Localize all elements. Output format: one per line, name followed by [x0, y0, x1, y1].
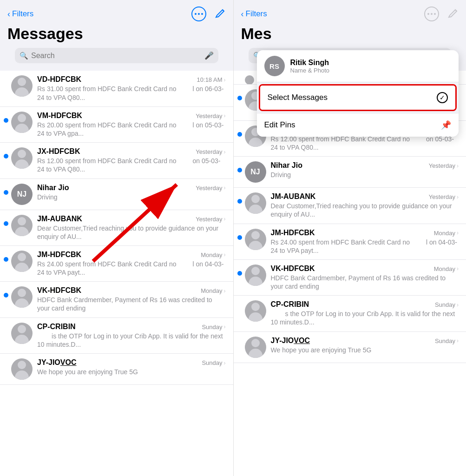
profile-name: Ritik Singh: [290, 59, 330, 67]
sender-name: CP-CRIBIN: [271, 300, 432, 309]
sender-name: JM-AUBANK: [37, 215, 193, 223]
message-time: 10:18 AM ›: [197, 76, 226, 83]
person-icon: [15, 358, 29, 380]
unread-indicator: [4, 221, 8, 226]
more-options-button[interactable]: [191, 7, 206, 21]
unread-indicator: [237, 271, 242, 276]
pin-icon: 📌: [441, 120, 451, 130]
message-time: Yesterday ›: [196, 148, 225, 155]
search-icon: 🔍: [20, 52, 28, 60]
message-time: Yesterday ›: [196, 216, 225, 223]
read-indicator: [237, 343, 242, 348]
back-label[interactable]: Filters: [246, 9, 267, 19]
message-content: JM-HDFCBK Monday › Rs 24.00 spent from H…: [37, 251, 226, 277]
chevron-icon: ›: [457, 163, 459, 169]
list-item[interactable]: VK-HDFCBK Monday › HDFC Bank Cardmember,…: [0, 282, 233, 317]
message-content: JM-AUBANK Yesterday › Dear Customer,Trie…: [271, 192, 459, 218]
left-title-area: Messages: [0, 24, 233, 46]
list-item[interactable]: CP-CRIBIN Sunday › s the OTP for Log in …: [234, 296, 466, 331]
sender-name: JX-HDFCBK: [37, 147, 193, 156]
avatar: [245, 75, 254, 85]
chevron-icon: ›: [224, 112, 226, 119]
edit-pins-item[interactable]: Edit Pins 📌: [257, 113, 459, 137]
list-item[interactable]: NJ Nihar Jio Yesterday › Driving: [0, 179, 233, 210]
sender-name: JM-AUBANK: [271, 192, 426, 201]
avatar: [11, 215, 33, 236]
unread-indicator: [237, 199, 242, 204]
message-header: Nihar Jio Yesterday ›: [37, 184, 226, 192]
sender-name: VK-HDFCBK: [37, 286, 198, 295]
person-icon: [15, 286, 29, 308]
list-item[interactable]: VM-HDFCBK Yesterday › Rs 20.00 spent fro…: [0, 107, 233, 143]
mic-icon[interactable]: 🎤: [204, 51, 214, 60]
message-content: JM-HDFCBK Monday › Rs 24.00 spent from H…: [271, 229, 459, 255]
more-options-icon: [424, 7, 439, 21]
dot3: [201, 13, 203, 15]
unread-indicator: [4, 190, 8, 195]
chevron-icon: ›: [224, 149, 226, 155]
search-input[interactable]: [31, 52, 202, 60]
list-item[interactable]: JY-JIOVOC Sunday › We hope you are enjoy…: [234, 332, 466, 363]
message-header: JX-HDFCBK Yesterday ›: [37, 147, 226, 156]
sender-name: JM-HDFCBK: [37, 251, 198, 259]
back-button[interactable]: ‹ Filters: [7, 9, 33, 19]
message-header: JM-AUBANK Yesterday ›: [37, 215, 226, 223]
right-title-area: Mes: [234, 24, 466, 46]
message-content: JY-JIOVOC Sunday › We hope you are enjoy…: [271, 337, 459, 354]
message-content: VD-HDFCBK 10:18 AM › Rs 31.00 spent from…: [37, 75, 226, 101]
list-item[interactable]: JM-AUBANK Yesterday › Dear Customer,Trie…: [234, 188, 466, 224]
list-item[interactable]: VK-HDFCBK Monday › HDFC Bank Cardmember,…: [234, 260, 466, 296]
message-preview: Dear Customer,Tried reaching you to prov…: [37, 224, 226, 241]
left-panel: ‹ Filters: [0, 0, 233, 476]
avatar: [11, 147, 33, 169]
unread-indicator: [4, 118, 8, 123]
avatar: NJ: [245, 161, 266, 183]
back-label[interactable]: Filters: [12, 9, 33, 19]
left-header: ‹ Filters: [0, 0, 233, 24]
list-item[interactable]: JM-AUBANK Yesterday › Dear Customer,Trie…: [0, 210, 233, 246]
back-button[interactable]: ‹ Filters: [241, 9, 267, 19]
profile-subtitle: Name & Photo: [290, 67, 330, 74]
more-options-button[interactable]: [424, 7, 439, 21]
page-title: Mes: [241, 25, 272, 42]
profile-row[interactable]: RS Ritik Singh Name & Photo: [257, 50, 459, 82]
message-time: Yesterday ›: [429, 162, 459, 169]
select-messages-item[interactable]: Select Messages ✓: [260, 86, 456, 110]
list-item[interactable]: JY-JIOVOC Sunday › We hope you are enjoy…: [0, 354, 233, 385]
chevron-icon: ›: [224, 77, 226, 83]
list-item[interactable]: JX-HDFCBK Yesterday › Rs 12.00 spent fro…: [0, 143, 233, 178]
read-indicator: [4, 365, 8, 370]
message-time: Sunday ›: [435, 301, 459, 308]
compose-button[interactable]: [215, 9, 226, 19]
list-item[interactable]: JM-HDFCBK Monday › Rs 24.00 spent from H…: [234, 224, 466, 260]
sender-name: Nihar Jio: [271, 161, 426, 170]
right-panel: ‹ Filters Mes 🔍: [233, 0, 466, 476]
unread-indicator: [237, 235, 242, 240]
search-bar[interactable]: 🔍 🎤: [15, 48, 218, 63]
dot3: [434, 13, 436, 15]
sender-name: VK-HDFCBK: [271, 264, 431, 273]
chevron-icon: ›: [224, 324, 226, 330]
sender-name: VM-HDFCBK: [37, 112, 193, 120]
sender-name: VD-HDFCBK: [37, 75, 194, 84]
list-item[interactable]: JM-HDFCBK Monday › Rs 24.00 spent from H…: [0, 246, 233, 282]
sender-name: Nihar Jio: [37, 184, 193, 192]
message-preview: Rs 24.00 spent from HDFC Bank Credit Car…: [37, 260, 226, 277]
list-item[interactable]: VD-HDFCBK 10:18 AM › Rs 31.00 spent from…: [0, 71, 233, 106]
avatar: NJ: [11, 184, 33, 205]
message-preview: is the OTP for Log in to your Crib App. …: [37, 332, 226, 349]
message-time: Sunday ›: [435, 337, 459, 344]
back-chevron-icon: ‹: [7, 9, 10, 19]
message-preview: Rs 20.00 spent from HDFC Bank Credit Car…: [37, 121, 226, 138]
list-item[interactable]: NJ Nihar Jio Yesterday › Driving: [234, 157, 466, 188]
person-icon: [15, 251, 29, 272]
read-indicator: [4, 329, 8, 334]
compose-button[interactable]: [447, 9, 459, 19]
message-header: CP-CRIBIN Sunday ›: [37, 323, 226, 331]
dropdown-menu: RS Ritik Singh Name & Photo Select Messa…: [257, 50, 459, 137]
message-preview: Driving: [37, 193, 226, 201]
person-icon: [15, 147, 29, 169]
message-time: Yesterday ›: [196, 112, 225, 119]
header-actions: [424, 7, 459, 21]
list-item[interactable]: CP-CRIBIN Sunday › is the OTP for Log in…: [0, 318, 233, 354]
